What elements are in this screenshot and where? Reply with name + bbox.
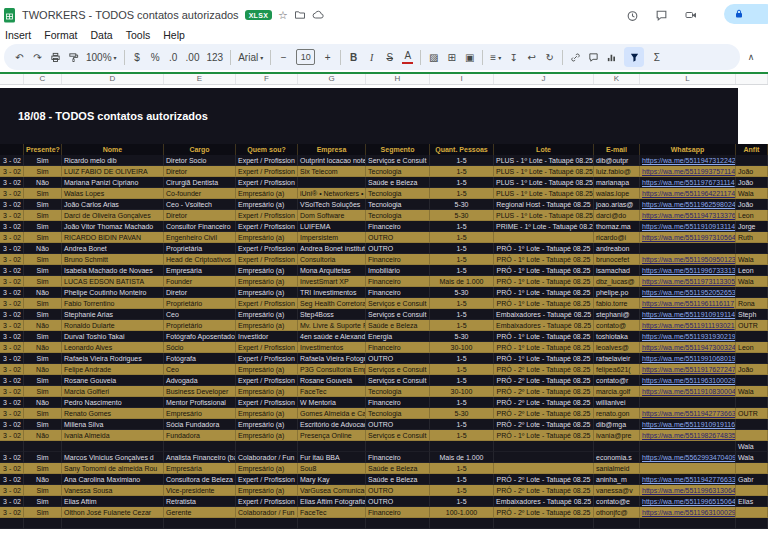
whatsapp-link[interactable]: https://wa.me/5511993757114 <box>642 168 735 175</box>
cell-quant[interactable]: 1-5 <box>430 485 494 496</box>
cell-nome[interactable]: Sany Tomomi de almeida Rou <box>62 463 164 474</box>
cell-lote[interactable]: PLUS - 1º Lote - Tatuapé 08.25 <box>494 177 594 188</box>
cell-date[interactable]: 3 - 02 <box>0 276 24 287</box>
header-cell[interactable]: Presente? <box>24 144 62 155</box>
cell-cargo[interactable]: Fotógrafo Aposentado <box>164 331 236 342</box>
cell-quem[interactable]: Expert / Profission <box>236 166 298 177</box>
cell-anfit[interactable] <box>736 463 768 474</box>
cell-nome[interactable]: Renato Gomes <box>62 408 164 419</box>
cell-lote[interactable]: Embaixadores - Tatuapé 08.25 <box>494 320 594 331</box>
menu-tools[interactable]: Tools <box>126 29 151 41</box>
cell-lote[interactable] <box>494 463 594 474</box>
cell-nome[interactable]: Rosane Gouveia <box>62 375 164 386</box>
cell-quant[interactable]: Mais de 1.000 <box>430 452 494 463</box>
cell-nome[interactable]: Isabela Machado de Novaes <box>62 265 164 276</box>
cell-date[interactable]: 3 - 02 <box>0 331 24 342</box>
cell-quem[interactable]: Empresário (a) <box>236 386 298 397</box>
cell-quem[interactable] <box>236 518 298 529</box>
cell-email[interactable]: toshiotaka <box>594 331 640 342</box>
column-letter[interactable]: I <box>430 74 494 84</box>
cell-quant[interactable]: 1-5 <box>430 177 494 188</box>
cell-cargo[interactable]: Diretor <box>164 166 236 177</box>
decrease-font-size-button[interactable]: − <box>278 48 289 66</box>
cell-quem[interactable]: Expert / Profission <box>236 177 298 188</box>
cell-quant[interactable]: 1-5 <box>430 188 494 199</box>
cell-anfit[interactable]: Wala <box>736 452 768 463</box>
cell-whatsapp[interactable]: https://wa.me/5511952052653 <box>640 287 736 298</box>
cell-cargo[interactable]: Consultora de Beleza e Imag <box>164 474 236 485</box>
cell-quem[interactable]: Expert / Profission <box>236 221 298 232</box>
cell-presente[interactable]: Sim <box>24 408 62 419</box>
cell-quem[interactable]: Expert / Profission <box>236 210 298 221</box>
cell-quant[interactable]: 1-5 <box>430 430 494 441</box>
cell-quem[interactable]: Empresário (a) <box>236 408 298 419</box>
cell-cargo[interactable]: Vice-presidente <box>164 485 236 496</box>
cell-lote[interactable]: PRÓ - 2º Lote - Tatuapé 08.25 <box>494 485 594 496</box>
cell-presente[interactable]: Sim <box>24 254 62 265</box>
cell-date[interactable]: 3 - 02 <box>0 364 24 375</box>
whatsapp-link[interactable]: https://wa.me/5511952052653 <box>642 289 736 296</box>
cell-date[interactable]: 3 - 02 <box>0 309 24 320</box>
cell-whatsapp[interactable]: https://wa.me/5511950950123 <box>640 254 736 265</box>
cell-whatsapp[interactable]: https://wa.me/5511993757114 <box>640 166 736 177</box>
whatsapp-link[interactable]: https://wa.me/5511910919114 <box>642 311 735 318</box>
cell-whatsapp[interactable]: https://wa.me/5511982674835 <box>640 430 736 441</box>
version-history-icon[interactable] <box>626 9 639 22</box>
cell-date[interactable]: 3 - 02 <box>0 199 24 210</box>
cell-anfit[interactable]: Wala <box>736 254 768 265</box>
paint-format-button[interactable] <box>68 48 79 66</box>
cell-date[interactable]: 3 - 02 <box>0 430 24 441</box>
cell-date[interactable]: 3 - 02 <box>0 166 24 177</box>
cell-email[interactable]: rafaelavieir <box>594 353 640 364</box>
cell-quant[interactable]: 1-5 <box>430 298 494 309</box>
cell-quem[interactable]: Expert / Profission <box>236 155 298 166</box>
cell-segmento[interactable]: Tecnologia <box>366 166 430 177</box>
cell-anfit[interactable]: Leon <box>736 265 768 276</box>
cell-whatsapp[interactable] <box>640 441 736 452</box>
cell-email[interactable]: thomaz.ma <box>594 221 640 232</box>
cell-lote[interactable]: Regional Host - Tatuapé 08.25 <box>494 199 594 210</box>
cell-email[interactable]: renato.gon <box>594 408 640 419</box>
cell-empresa[interactable]: InvestSmart XP <box>298 276 366 287</box>
cell-whatsapp[interactable]: https://wa.me/5511947312242 <box>640 155 736 166</box>
italic-button[interactable]: I <box>366 48 377 66</box>
cell-whatsapp[interactable]: https://wa.me/5511997310564 <box>640 232 736 243</box>
cell-anfit[interactable] <box>736 507 768 518</box>
cell-whatsapp[interactable]: https://wa.me/5511961116117 <box>640 298 736 309</box>
cell-quant[interactable]: 1-5 <box>430 496 494 507</box>
cell-presente[interactable]: Sim <box>24 199 62 210</box>
cell-nome[interactable]: Bruno Schmitt <box>62 254 164 265</box>
cell-quem[interactable]: Empresário (a) <box>236 463 298 474</box>
cell-quant[interactable]: Mais de 1.000 <box>430 276 494 287</box>
bold-button[interactable]: B <box>348 48 359 66</box>
merge-cells-button[interactable]: ▣ <box>464 48 475 66</box>
cell-email[interactable] <box>594 518 640 529</box>
cell-lote[interactable]: PRÓ - 2º Lote - Tatuapé 08.25 <box>494 397 594 408</box>
undo-button[interactable]: ↶ <box>14 48 25 66</box>
cell-whatsapp[interactable]: https://wa.me/5562993470409 <box>640 452 736 463</box>
cell-quant[interactable]: 1-5 <box>430 320 494 331</box>
cell-lote[interactable]: PRÓ - 1º Lote - Tatuapé 08.25 <box>494 254 594 265</box>
cell-segmento[interactable]: Saúde e Beleza <box>366 177 430 188</box>
cell-date[interactable]: 3 - 02 <box>0 155 24 166</box>
cell-lote[interactable]: PLUS - 1º Lote - Tatuapé 08.25 <box>494 188 594 199</box>
horizontal-align-button[interactable]: ≡▾ <box>490 48 501 66</box>
cell-presente[interactable]: Sim <box>24 386 62 397</box>
cell-date[interactable] <box>0 441 24 452</box>
cell-cargo[interactable]: Engenheiro Civil <box>164 232 236 243</box>
cell-quem[interactable]: Expert / Profission <box>236 375 298 386</box>
cell-date[interactable]: 3 - 02 <box>0 408 24 419</box>
cell-segmento[interactable]: OUTRO <box>366 353 430 364</box>
increase-font-size-button[interactable]: + <box>322 48 333 66</box>
cell-segmento[interactable]: Tecnologia <box>366 408 430 419</box>
cell-nome[interactable]: João Vitor Thomaz Machado <box>62 221 164 232</box>
cell-empresa[interactable]: Investimentos <box>298 342 366 353</box>
cell-nome[interactable]: Ronaldo Dularte <box>62 320 164 331</box>
cell-cargo[interactable]: Ceo - Vsoltech <box>164 199 236 210</box>
cloud-status-icon[interactable] <box>312 9 324 21</box>
cell-email[interactable]: darci@do <box>594 210 640 221</box>
cell-cargo[interactable]: Empresária <box>164 265 236 276</box>
cell-quem[interactable]: Expert / Profission <box>236 243 298 254</box>
cell-segmento[interactable]: Financeiro <box>366 254 430 265</box>
whatsapp-link[interactable]: https://wa.me/5562993470409 <box>642 454 736 461</box>
